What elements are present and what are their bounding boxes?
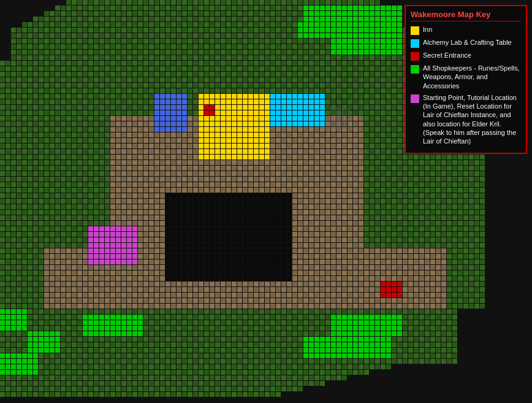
key-label-shopkeepers: All Shopkeepers - Runes/Spells, Weapons,… [423, 64, 521, 90]
key-color-shopkeepers [411, 65, 419, 74]
key-item-alchemy-lab: Alchemy Lab & Crafting Table [411, 38, 521, 48]
key-label-inn: Inn [423, 25, 432, 34]
key-label-alchemy-lab: Alchemy Lab & Crafting Table [423, 38, 512, 47]
key-color-secret-entrance [411, 52, 419, 61]
key-color-starting-point [411, 94, 419, 103]
map-key: Wakemoore Map Key InnAlchemy Lab & Craft… [405, 5, 527, 154]
key-color-alchemy-lab [411, 39, 419, 48]
map-key-title: Wakemoore Map Key [411, 10, 521, 21]
key-label-secret-entrance: Secret Entrance [423, 51, 471, 59]
key-color-inn [411, 26, 419, 35]
key-item-secret-entrance: Secret Entrance [411, 51, 521, 61]
key-item-inn: Inn [411, 25, 521, 35]
map-container: Wakemoore Map Key InnAlchemy Lab & Craft… [0, 0, 532, 403]
key-item-starting-point: Starting Point, Tutorial Location (In Ga… [411, 93, 521, 146]
key-label-starting-point: Starting Point, Tutorial Location (In Ga… [423, 93, 521, 146]
key-item-shopkeepers: All Shopkeepers - Runes/Spells, Weapons,… [411, 64, 521, 90]
